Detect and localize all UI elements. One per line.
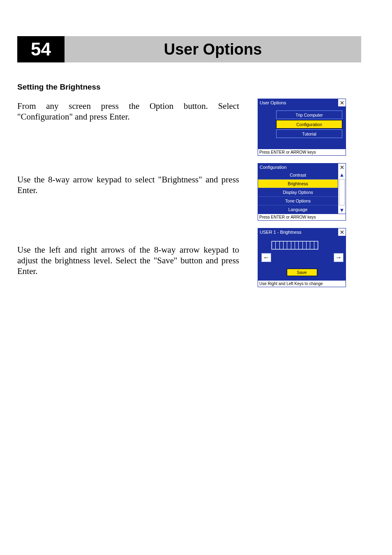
slider-tick (307, 242, 310, 249)
body-text-column: Setting the Brightness From any screen p… (17, 82, 239, 277)
menu-item-trip-computer[interactable]: Trip Computer (276, 111, 342, 119)
increase-button[interactable]: → (334, 253, 344, 262)
slider-tick (276, 242, 279, 249)
close-icon[interactable]: ✕ (338, 99, 346, 106)
list-item-contrast[interactable]: Contrast (258, 171, 338, 179)
user-options-screen: User Options ✕ Trip Computer Configurati… (258, 99, 346, 156)
scrollbar[interactable]: ▲ ▼ (338, 171, 346, 214)
slider-tick (287, 242, 291, 249)
page-number: 54 (17, 36, 65, 62)
page-header: 54 User Options (17, 36, 361, 62)
screen-title: USER 1 - Brightness (258, 228, 338, 236)
screen-title: User Options (258, 99, 338, 106)
save-button[interactable]: Save (287, 269, 317, 276)
page-title: User Options (65, 36, 361, 62)
configuration-screen: Configuration ✕ Contrast Brightness Disp… (258, 163, 346, 221)
slider-tick (295, 242, 298, 249)
slider-tick (280, 242, 283, 249)
paragraph-2: Use the 8-way arrow keypad to select "Br… (17, 174, 239, 196)
slider-tick (291, 242, 295, 249)
list-item-language[interactable]: Language (258, 205, 338, 214)
slider-tick (310, 242, 314, 249)
screen-title: Configuration (258, 164, 338, 171)
scroll-track[interactable] (339, 179, 345, 205)
scroll-down-icon[interactable]: ▼ (338, 206, 346, 214)
brightness-slider[interactable] (271, 241, 318, 250)
section-heading: Setting the Brightness (17, 82, 239, 92)
status-bar: Press ENTER or ARROW keys (258, 149, 346, 155)
menu-item-configuration[interactable]: Configuration (276, 120, 342, 129)
configuration-list: Contrast Brightness Display Options Tone… (258, 171, 338, 214)
slider-tick (272, 242, 275, 249)
slider-tick (284, 242, 287, 249)
side-tab (261, 111, 274, 138)
scroll-up-icon[interactable]: ▲ (338, 171, 346, 178)
brightness-screen: USER 1 - Brightness ✕ ← → Save Use Right… (258, 228, 346, 287)
decrease-button[interactable]: ← (261, 253, 271, 262)
status-bar: Use Right and Left Keys to change (258, 280, 346, 287)
status-bar: Press ENTER or ARROW keys (258, 214, 346, 220)
slider-tick (303, 242, 306, 249)
paragraph-1: From any screen press the Option button.… (17, 101, 239, 122)
paragraph-3: Use the left and right arrows of the 8-w… (17, 244, 239, 277)
user-options-menu: Trip Computer Configuration Tutorial (276, 111, 342, 138)
close-icon[interactable]: ✕ (338, 164, 346, 171)
close-icon[interactable]: ✕ (338, 228, 346, 236)
menu-item-tutorial[interactable]: Tutorial (276, 129, 342, 138)
list-item-tone-options[interactable]: Tone Options (258, 196, 338, 205)
list-item-display-options[interactable]: Display Options (258, 188, 338, 196)
slider-tick (299, 242, 302, 249)
list-item-brightness[interactable]: Brightness (258, 179, 338, 188)
slider-tick (314, 242, 318, 249)
figures-column: User Options ✕ Trip Computer Configurati… (258, 82, 346, 287)
